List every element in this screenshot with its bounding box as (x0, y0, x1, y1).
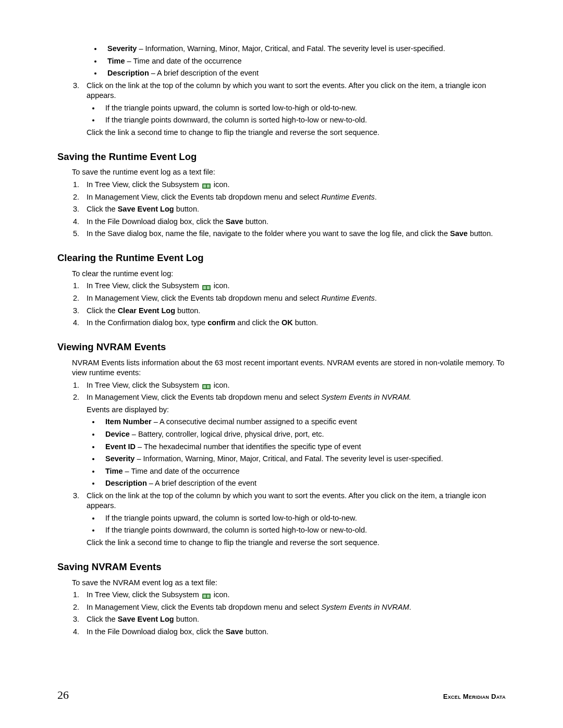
heading-saving-nvram: Saving NVRAM Events (57, 561, 506, 574)
subsystem-icon (202, 382, 211, 389)
list-item: Time – Time and date of the occurrence (102, 56, 506, 67)
list-item: Description – A brief description of the… (100, 478, 506, 489)
nvram-field-list: Item Number – A consecutive decimal numb… (100, 417, 506, 488)
saving-nvram-steps: In Tree View, click the Subsystem icon. … (81, 590, 506, 637)
list-item: Time – Time and date of the occurrence (100, 466, 506, 477)
list-item: In Management View, click the Events tab… (81, 602, 506, 613)
list-item: If the triangle points upward, the colum… (100, 513, 506, 524)
field-text: – Information, Warning, Minor, Major, Cr… (137, 44, 445, 53)
top-ordered-list: Click on the link at the top of the colu… (81, 81, 506, 138)
subsystem-icon (202, 182, 211, 188)
step-after: Click the link a second time to change t… (87, 128, 506, 138)
list-item: In the File Download dialog box, click t… (81, 217, 506, 227)
list-item: In Management View, click the Events tab… (81, 392, 506, 489)
list-item: If the triangle points downward, the col… (100, 115, 506, 126)
intro-clearing-runtime: To clear the runtime event log: (72, 269, 506, 279)
list-item: In the File Download dialog box, click t… (81, 627, 506, 637)
svg-rect-4 (203, 286, 206, 289)
list-item: In Tree View, click the Subsystem icon. (81, 180, 506, 190)
list-item: Click the Save Event Log button. (81, 204, 506, 215)
svg-rect-10 (203, 595, 206, 598)
clearing-runtime-steps: In Tree View, click the Subsystem icon. … (81, 281, 506, 328)
heading-clearing-runtime: Clearing the Runtime Event Log (57, 252, 506, 265)
heading-viewing-nvram: Viewing NVRAM Events (57, 341, 506, 354)
intro-viewing-nvram: NVRAM Events lists information about the… (72, 358, 506, 378)
heading-saving-runtime: Saving the Runtime Event Log (57, 151, 506, 164)
events-displayed-by: Events are displayed by: (87, 405, 506, 415)
svg-rect-8 (207, 385, 210, 388)
list-item: In the Save dialog box, name the file, n… (81, 229, 506, 239)
subsystem-icon (202, 592, 211, 598)
list-item: In Management View, click the Events tab… (81, 192, 506, 203)
list-item: If the triangle points upward, the colum… (100, 103, 506, 114)
svg-rect-5 (207, 286, 210, 289)
top-field-list: Severity – Information, Warning, Minor, … (102, 44, 506, 79)
saving-runtime-steps: In Tree View, click the Subsystem icon. … (81, 180, 506, 239)
list-item: Event ID – The hexadecimal number that i… (100, 442, 506, 452)
list-item: Click the Clear Event Log button. (81, 306, 506, 316)
list-item: In Tree View, click the Subsystem icon. (81, 281, 506, 291)
field-label: Description (107, 69, 149, 77)
list-item: Severity – Information, Warning, Minor, … (102, 44, 506, 54)
page-number: 26 (57, 687, 69, 703)
nvram-sort-bullets: If the triangle points upward, the colum… (100, 513, 506, 536)
nvram-sort-after: Click the link a second time to change t… (87, 538, 506, 548)
list-item: If the triangle points downward, the col… (100, 525, 506, 536)
field-label: Time (107, 57, 125, 65)
viewing-nvram-steps: In Tree View, click the Subsystem icon. … (81, 380, 506, 548)
list-item: Click the Save Event Log button. (81, 614, 506, 625)
svg-rect-2 (207, 184, 210, 188)
list-item: In Tree View, click the Subsystem icon. (81, 590, 506, 600)
svg-rect-7 (203, 385, 206, 388)
list-item: In Tree View, click the Subsystem icon. (81, 380, 506, 391)
list-item: In the Confirmation dialog box, type con… (81, 318, 506, 328)
document-page: Severity – Information, Warning, Minor, … (0, 0, 563, 728)
step-text: Click on the link at the top of the colu… (87, 81, 486, 100)
list-item: Severity – Information, Warning, Minor, … (100, 454, 506, 464)
field-label: Severity (107, 44, 137, 53)
field-text: – Time and date of the occurrence (125, 57, 242, 65)
list-item: Description – A brief description of the… (102, 68, 506, 79)
page-footer: 26 Excel Meridian Data (57, 687, 506, 703)
list-item: Click on the link at the top of the colu… (81, 491, 506, 548)
intro-saving-nvram: To save the NVRAM event log as a text fi… (72, 578, 506, 588)
list-item: Click on the link at the top of the colu… (81, 81, 506, 138)
subsystem-icon (202, 283, 211, 290)
svg-rect-1 (203, 184, 206, 188)
list-item: In Management View, click the Events tab… (81, 293, 506, 304)
list-item: Item Number – A consecutive decimal numb… (100, 417, 506, 427)
list-item: Device – Battery, controller, logical dr… (100, 429, 506, 440)
field-text: – A brief description of the event (149, 69, 259, 77)
sort-bullets: If the triangle points upward, the colum… (100, 103, 506, 126)
footer-brand: Excel Meridian Data (443, 692, 506, 701)
svg-rect-11 (207, 595, 210, 598)
intro-saving-runtime: To save the runtime event log as a text … (72, 167, 506, 178)
